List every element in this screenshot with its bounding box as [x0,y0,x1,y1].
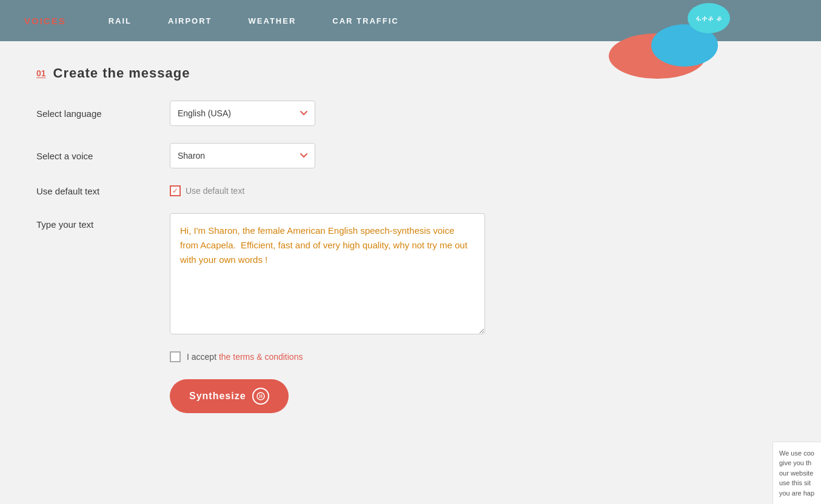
nav-items: RAIL AIRPORT WEATHER CAR TRAFFIC [90,16,417,25]
cookie-notice: We use coo give you th our website use t… [772,442,821,505]
language-row: Select language English (USA) English (U… [36,101,509,126]
type-text-row: Type your text Hi, I'm Sharon, the femal… [36,213,509,334]
section-number: 01 [36,68,46,78]
nav-item-rail[interactable]: RAIL [109,16,132,25]
voice-row: Select a voice Sharon Ryan Laura Peter [36,143,509,168]
cookie-text: We use coo give you th our website use t… [779,449,814,497]
default-text-label: Use default text [36,186,146,196]
checkmark-icon: ✓ [172,187,178,194]
nav-item-weather[interactable]: WEATHER [249,16,297,25]
synthesize-icon [252,388,269,405]
synthesize-label: Synthesize [189,391,246,402]
default-text-row: Use default text ✓ Use default text [36,185,509,196]
default-text-checkbox[interactable]: ✓ [170,185,181,196]
synthesize-button[interactable]: Synthesize [170,379,289,413]
main-content: 01 Create the message Select language En… [0,41,546,437]
default-text-checkbox-container[interactable]: ✓ Use default text [170,185,244,196]
mascot-text: ፋቀቆ ቆ [695,13,722,24]
type-text-label: Type your text [36,213,146,230]
section-title: Create the message [53,65,190,81]
svg-point-0 [257,393,264,400]
language-label: Select language [36,108,146,119]
mascot-area: ፋቀቆ ቆ [603,0,736,79]
language-select[interactable]: English (USA) English (UK) French German… [170,101,315,126]
nav-bar: VOICES RAIL AIRPORT WEATHER CAR TRAFFIC … [0,0,821,41]
synthesize-row: Synthesize [36,379,509,413]
terms-text: I accept the terms & conditions [187,352,303,362]
nav-logo: VOICES [0,16,90,26]
terms-row: I accept the terms & conditions [36,351,509,362]
nav-item-car-traffic[interactable]: CAR TRAFFIC [332,16,398,25]
terms-checkbox[interactable] [170,351,181,362]
section-header: 01 Create the message [36,65,509,81]
voice-label: Select a voice [36,151,146,161]
mascot-speech-bubble: ፋቀቆ ቆ [688,3,730,33]
voice-select[interactable]: Sharon Ryan Laura Peter [170,143,315,168]
default-text-checkbox-label: Use default text [186,186,244,196]
type-text-textarea[interactable]: Hi, I'm Sharon, the female American Engl… [170,213,485,334]
terms-link[interactable]: the terms & conditions [219,352,303,362]
nav-item-airport[interactable]: AIRPORT [168,16,212,25]
